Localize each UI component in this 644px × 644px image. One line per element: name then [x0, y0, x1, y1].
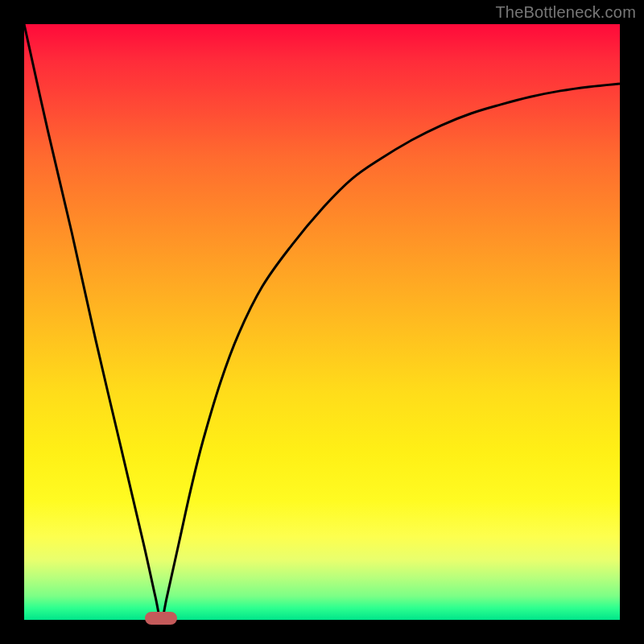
optimum-marker [145, 612, 177, 625]
bottleneck-curve [24, 24, 620, 620]
chart-container: TheBottleneck.com [0, 0, 644, 644]
curve-path [24, 24, 620, 620]
plot-area [24, 24, 620, 620]
watermark-text: TheBottleneck.com [495, 3, 636, 22]
